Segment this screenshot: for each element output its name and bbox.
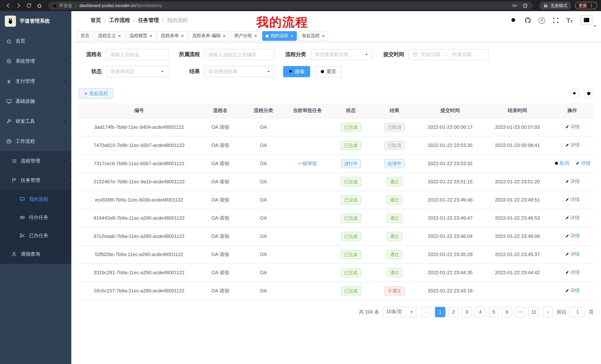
hamburger-icon[interactable] (78, 17, 85, 24)
sidebar-item-done-tasks[interactable]: 已办任务 (0, 226, 71, 245)
tab[interactable]: 流程表单-编辑 × (189, 31, 229, 41)
browser-back-button[interactable] (4, 1, 13, 10)
breadcrumb-task-mgmt[interactable]: 任务管理 (138, 17, 159, 24)
page-button[interactable]: 6 (502, 307, 512, 317)
security-indicator[interactable]: 不安全 (53, 2, 72, 9)
chevron-down-icon (62, 99, 67, 104)
incognito-label: 无痕模式 (550, 3, 567, 8)
create-process-button[interactable]: + 发起流程 (79, 88, 113, 99)
tab[interactable]: 流程定义 × (95, 31, 124, 41)
browser-update-button[interactable]: 更新 ⋮ (575, 2, 597, 9)
table-refresh-button[interactable] (584, 89, 594, 98)
sidebar-item-process-mgmt[interactable]: 流程管理 (0, 151, 71, 171)
bookmark-star-icon[interactable] (522, 3, 528, 9)
next-page-button[interactable]: › (543, 307, 553, 317)
breadcrumb-workflow[interactable]: 工作流程 (109, 17, 130, 24)
browser-forward-button[interactable] (14, 1, 23, 10)
fullscreen-icon[interactable] (552, 17, 559, 24)
tab-close-icon[interactable]: × (181, 33, 184, 38)
sidebar-item-workflow[interactable]: 工作流程 (0, 131, 71, 151)
detail-action-link[interactable]: 详情 (565, 215, 580, 221)
sidebar-item-payment[interactable]: ¥ 支付管理 (0, 71, 71, 91)
password-key-icon[interactable] (512, 3, 518, 9)
result-badge: 已取消 (384, 141, 404, 150)
sidebar-item-devtools[interactable]: 研发工具 (0, 111, 71, 131)
page-button[interactable]: 11 (529, 307, 539, 317)
user-avatar[interactable]: ▾ (580, 15, 594, 26)
search-icon[interactable] (510, 17, 517, 24)
page-button[interactable]: 3 (462, 307, 472, 317)
detail-action-link[interactable]: 详情 (565, 287, 580, 294)
detail-action-link[interactable]: 详情 (565, 179, 580, 185)
browser-home-button[interactable] (35, 1, 44, 10)
cell-result: 通过 (372, 245, 416, 263)
prev-page-button[interactable]: ‹ (421, 307, 431, 317)
page-button[interactable]: ••• (515, 307, 526, 317)
detail-action-link[interactable]: 详情 (565, 251, 580, 258)
page-button[interactable]: 5 (489, 307, 499, 317)
help-icon[interactable]: ? (539, 17, 545, 24)
active-dot (266, 34, 269, 37)
owner-process-input[interactable] (204, 49, 275, 60)
browser-menu-kebab-icon[interactable]: ⋮ (589, 3, 594, 8)
browser-reload-button[interactable] (25, 1, 33, 10)
reset-button[interactable]: 重置 (315, 66, 342, 77)
page-button[interactable]: 4 (475, 307, 485, 317)
sidebar-item-system[interactable]: 系统管理 (0, 51, 71, 71)
tab-close-icon[interactable]: × (290, 33, 293, 38)
goto-page-input[interactable] (570, 307, 585, 317)
tab[interactable]: 流程表单 × (158, 31, 187, 41)
page-button[interactable]: 1 (435, 307, 445, 317)
table-search-toggle-button[interactable] (570, 89, 580, 98)
detail-action-link[interactable]: 详情 (576, 160, 591, 167)
detail-action-link[interactable]: 详情 (565, 197, 580, 203)
detail-action-link[interactable]: 详情 (565, 233, 580, 239)
page-size-select[interactable]: 10条/页 (383, 307, 417, 317)
cancel-action-link[interactable]: 取消 (554, 160, 569, 167)
tab-close-icon[interactable]: × (223, 33, 226, 38)
cell-process-id: 331bc281-7b9a-11ec-a290-acde48001122 (79, 263, 200, 282)
tab-close-icon[interactable]: × (322, 33, 325, 38)
tab-close-icon[interactable]: × (254, 33, 257, 38)
tab-close-icon[interactable]: × (150, 33, 152, 38)
current-task-link[interactable]: 一级审批 (298, 161, 317, 166)
sidebar-item-infra[interactable]: 基础设施 (0, 91, 71, 111)
page-button[interactable]: 2 (448, 307, 459, 317)
process-name-input[interactable] (106, 49, 169, 60)
github-icon[interactable] (524, 17, 531, 24)
tab[interactable]: 流程模型 × (126, 31, 156, 41)
detail-action-link[interactable]: 详情 (565, 142, 580, 148)
result-select[interactable]: 请选择流结果 (204, 66, 275, 77)
cell-end-time: 2022-01-22 23:46:09 (484, 227, 551, 245)
cell-process-id: 819442e8-7b9a-11ec-a290-acde48001122 (79, 209, 200, 227)
address-bar[interactable]: 不安全 | dashboard.yudao.iocoder.cn/bpm/tas… (48, 1, 532, 10)
status-badge: 进行中 (341, 159, 361, 168)
tab[interactable]: 用户分组 × (231, 31, 260, 41)
cell-process-name: OA 请假 (200, 227, 241, 245)
tab[interactable]: 首页 × (77, 31, 93, 41)
detail-action-link[interactable]: 详情 (565, 269, 580, 276)
breadcrumb-home[interactable]: 首页 (91, 17, 101, 24)
submit-time-range-picker[interactable]: 开始日期 - 结束日期 (409, 49, 489, 60)
status-select[interactable]: 请选择状态 (106, 66, 169, 77)
sidebar-item-my-process[interactable]: 我的流程 (0, 190, 71, 208)
sidebar-item-leave-query[interactable]: 请假查询 (0, 245, 71, 264)
category-select[interactable]: 请选择流程分类 (311, 49, 373, 60)
font-size-icon[interactable]: TT (566, 17, 573, 24)
sidebar-item-task-mgmt[interactable]: 任务管理 (0, 171, 71, 190)
tab[interactable]: 发起流程 × (299, 31, 328, 41)
cell-current-task (286, 172, 329, 191)
sidebar: 芋道管理系统 首页 系统管理 ¥ 支付管理 基础设施 (0, 11, 71, 364)
search-button[interactable]: 搜索 (283, 66, 310, 77)
chat-bubble-icon (19, 196, 25, 202)
tab[interactable]: 我的流程 × (262, 31, 297, 41)
sidebar-item-todo-tasks[interactable]: 待办任务 (0, 208, 71, 226)
detail-action-link[interactable]: 详情 (565, 124, 580, 130)
column-header: 提交时间 (416, 103, 484, 118)
cell-actions: 详情 (551, 172, 594, 191)
cell-current-task (286, 209, 329, 227)
sidebar-item-home[interactable]: 首页 (0, 31, 71, 51)
cell-result: 不通过 (372, 282, 416, 300)
cell-process-name: OA 请假 (200, 136, 241, 154)
tab-close-icon[interactable]: × (118, 33, 121, 38)
